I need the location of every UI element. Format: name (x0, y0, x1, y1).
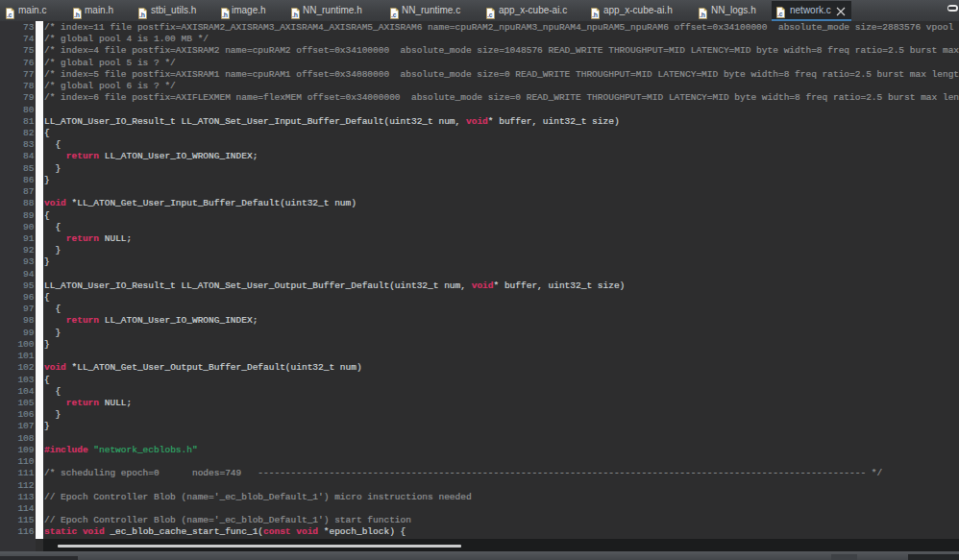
svg-text:.h: .h (592, 11, 598, 17)
svg-text:.c: .c (777, 11, 783, 17)
svg-text:.c: .c (487, 11, 493, 17)
svg-text:.c: .c (7, 11, 12, 17)
svg-text:.h: .h (74, 11, 80, 17)
svg-text:.c: .c (391, 11, 397, 17)
svg-text:.h: .h (700, 11, 705, 17)
svg-text:.h: .h (292, 11, 298, 17)
svg-text:.h: .h (222, 11, 228, 17)
svg-text:.h: .h (139, 11, 145, 17)
